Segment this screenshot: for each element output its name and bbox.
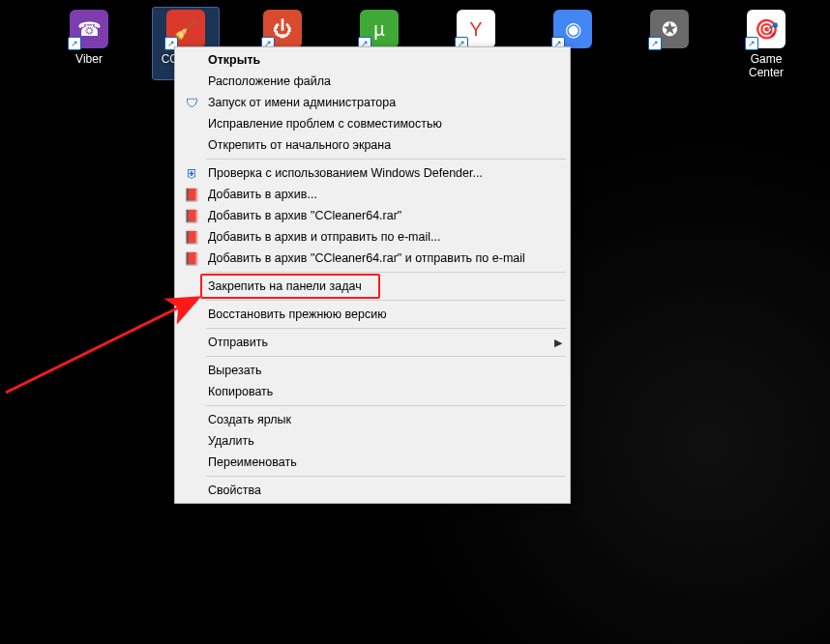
context-menu-item-label: Восстановить прежнюю версию — [202, 307, 562, 321]
context-menu-item[interactable]: 📕Добавить в архив и отправить по e-mail.… — [177, 226, 568, 248]
context-menu-item[interactable]: Отправить▶ — [177, 332, 568, 353]
context-menu-item-label: Добавить в архив "CCleaner64.rar" и отпр… — [202, 251, 562, 265]
ccleaner-icon: 🧹↗ — [166, 10, 205, 48]
context-menu-item[interactable]: ⛨Проверка с использованием Windows Defen… — [177, 162, 568, 184]
blank-icon — [181, 482, 202, 499]
context-menu-item[interactable]: Закрепить на панели задач — [177, 276, 568, 297]
blank-icon — [181, 306, 202, 323]
wot-icon: ✪↗ — [650, 10, 689, 48]
blank-icon — [181, 51, 202, 69]
context-menu-item-label: Создать ярлык — [202, 413, 562, 426]
context-menu-separator — [206, 272, 566, 273]
context-menu-item-label: Вырезать — [202, 364, 562, 377]
context-menu-item-label: Добавить в архив... — [202, 188, 562, 201]
context-menu-item-label: Свойства — [202, 483, 562, 497]
context-menu-item[interactable]: Копировать — [177, 381, 568, 402]
desktop-icon-label: Viber — [75, 52, 103, 66]
submenu-arrow-icon: ▶ — [547, 337, 562, 349]
blank-icon — [181, 115, 202, 132]
context-menu-item[interactable]: Расположение файла — [177, 71, 568, 92]
blank-icon — [181, 278, 202, 295]
blank-icon — [181, 454, 202, 471]
context-menu-item[interactable]: 🛡Запуск от имени администратора — [177, 92, 568, 113]
utorrent-icon: µ↗ — [360, 10, 399, 48]
viber-icon: ☎↗ — [70, 10, 108, 48]
context-menu-separator — [206, 300, 566, 301]
blank-icon — [181, 362, 202, 379]
winrar-icon: 📕 — [181, 186, 202, 203]
context-menu-separator — [206, 405, 566, 406]
context-menu-item[interactable]: Переименовать — [177, 452, 568, 473]
blank-icon — [181, 136, 202, 154]
context-menu-item-label: Исправление проблем с совместимостью — [202, 117, 562, 131]
defender-icon: ⛨ — [181, 164, 202, 182]
game-center-icon: 🎯↗ — [747, 10, 786, 48]
shortcut-arrow-icon: ↗ — [648, 37, 662, 50]
shortcut-arrow-icon: ↗ — [68, 37, 81, 50]
blank-icon — [181, 383, 202, 400]
context-menu-item[interactable]: Вырезать — [177, 360, 568, 381]
context-menu: ОткрытьРасположение файла🛡Запуск от имен… — [174, 46, 571, 504]
blank-icon — [181, 334, 202, 351]
context-menu-item-label: Добавить в архив и отправить по e-mail..… — [202, 230, 562, 244]
context-menu-item[interactable]: Исправление проблем с совместимостью — [177, 113, 568, 134]
winrar-icon: 📕 — [181, 207, 202, 224]
context-menu-item-label: Удалить — [202, 434, 562, 448]
context-menu-separator — [206, 328, 566, 329]
context-menu-item-label: Открыть — [202, 53, 562, 67]
context-menu-item-label: Переименовать — [202, 455, 562, 469]
desktop-background: ☎↗Viber🧹↗CCleaner⏻↗µ↗Y↗◉↗✪↗🎯↗Game Center… — [0, 0, 830, 644]
desktop-icon-label: Game Center — [733, 52, 799, 79]
context-menu-item[interactable]: Открыть — [177, 49, 568, 71]
context-menu-item-label: Закрепить на панели задач — [202, 279, 562, 293]
desktop-icon-wot[interactable]: ✪↗ — [637, 8, 702, 79]
context-menu-item[interactable]: 📕Добавить в архив "CCleaner64.rar" и отп… — [177, 248, 568, 269]
context-menu-item-label: Расположение файла — [202, 74, 562, 88]
yandex-icon: Y↗ — [457, 10, 495, 48]
context-menu-item-label: Запуск от имени администратора — [202, 96, 562, 109]
winrar-icon: 📕 — [181, 249, 202, 267]
winrar-icon: 📕 — [181, 228, 202, 246]
context-menu-item-label: Проверка с использованием Windows Defend… — [202, 166, 562, 180]
svg-line-0 — [6, 299, 196, 393]
blank-icon — [181, 432, 202, 450]
desktop-icon-game-center[interactable]: 🎯↗Game Center — [733, 8, 799, 79]
shield-icon: 🛡 — [181, 94, 202, 111]
context-menu-item[interactable]: Создать ярлык — [177, 409, 568, 430]
context-menu-item[interactable]: 📕Добавить в архив... — [177, 184, 568, 205]
shutdown-icon: ⏻↗ — [263, 10, 302, 48]
context-menu-item-label: Отправить — [202, 336, 547, 349]
context-menu-item-label: Копировать — [202, 385, 562, 398]
context-menu-item[interactable]: Открепить от начального экрана — [177, 134, 568, 156]
shortcut-arrow-icon: ↗ — [745, 37, 758, 50]
context-menu-item-label: Добавить в архив "CCleaner64.rar" — [202, 209, 562, 222]
context-menu-item[interactable]: Удалить — [177, 430, 568, 452]
blank-icon — [181, 411, 202, 428]
desktop-icon-viber[interactable]: ☎↗Viber — [56, 8, 122, 79]
context-menu-item[interactable]: Свойства — [177, 480, 568, 501]
context-menu-separator — [206, 159, 566, 160]
context-menu-item[interactable]: Восстановить прежнюю версию — [177, 304, 568, 325]
context-menu-item-label: Открепить от начального экрана — [202, 138, 562, 152]
context-menu-separator — [206, 356, 566, 357]
context-menu-item[interactable]: 📕Добавить в архив "CCleaner64.rar" — [177, 205, 568, 226]
chrome-icon: ◉↗ — [553, 10, 592, 48]
context-menu-separator — [206, 476, 566, 477]
blank-icon — [181, 73, 202, 90]
